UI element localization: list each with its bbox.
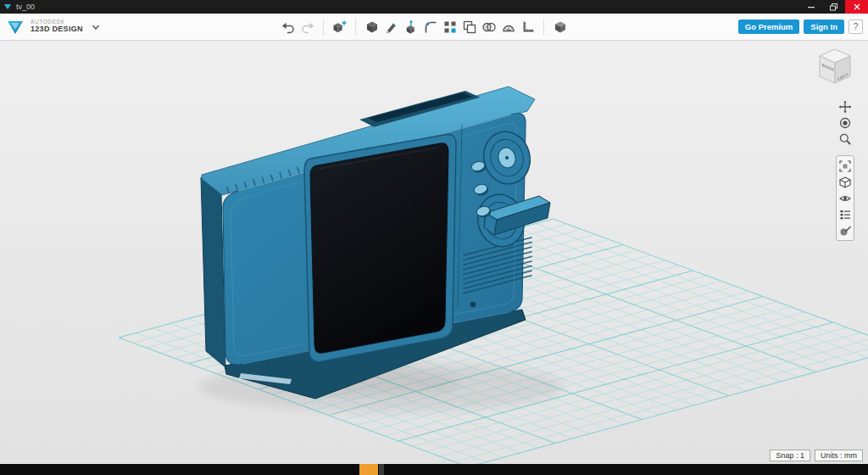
- close-button[interactable]: [845, 0, 868, 14]
- undo-icon: [281, 20, 296, 35]
- transform-button[interactable]: [330, 16, 349, 38]
- construct-button[interactable]: [401, 16, 420, 38]
- tv-model[interactable]: [201, 87, 550, 399]
- construct-icon: [403, 20, 419, 35]
- window-title: tv_00: [16, 3, 799, 11]
- grouping-button[interactable]: [459, 16, 479, 38]
- grouping-icon: [462, 20, 477, 35]
- scene-canvas: [0, 41, 868, 464]
- status-bar: Snap : 1 Units : mm: [765, 450, 863, 461]
- tv-left-face: [201, 177, 225, 367]
- eye-icon: [838, 192, 852, 205]
- tv-screen: [310, 143, 448, 354]
- toolbar-separator: [323, 19, 324, 36]
- display-settings-icon: [838, 208, 852, 221]
- combine-button[interactable]: [479, 16, 498, 38]
- maximize-button[interactable]: [822, 0, 845, 14]
- pattern-button[interactable]: [440, 16, 459, 38]
- brand-product: 123D DESIGN: [31, 25, 83, 33]
- minimize-button[interactable]: [799, 0, 822, 14]
- navigation-toolbar: [836, 98, 854, 241]
- 123d-logo-icon: [5, 17, 25, 37]
- pan-icon: [838, 100, 852, 114]
- taskbar-item[interactable]: [379, 464, 384, 475]
- view-mode-icon: [838, 176, 852, 189]
- snap-setting[interactable]: Snap : 1: [770, 450, 810, 461]
- transform-icon: [332, 20, 348, 35]
- materials-edit-icon: [838, 224, 852, 238]
- chevron-down-icon: [92, 24, 100, 31]
- taskbar-active-item[interactable]: [359, 464, 378, 475]
- app-logo-icon: [3, 3, 12, 11]
- sketch-icon: [384, 20, 399, 35]
- os-taskbar[interactable]: [0, 464, 868, 475]
- help-button[interactable]: ?: [849, 20, 863, 34]
- measure-button[interactable]: [498, 16, 518, 38]
- zoom-icon: [838, 132, 852, 146]
- undo-button[interactable]: [278, 16, 298, 38]
- brand-text: AUTODESK 123D DESIGN: [31, 20, 83, 33]
- materials-icon: [553, 20, 568, 35]
- titlebar: tv_00: [0, 0, 868, 14]
- display-settings-button[interactable]: [837, 206, 854, 222]
- orbit-icon: [838, 116, 852, 130]
- toolbar-separator: [355, 19, 356, 36]
- view-cube[interactable]: BACK LEFT: [812, 46, 858, 93]
- app-menu[interactable]: AUTODESK 123D DESIGN: [5, 17, 100, 37]
- redo-icon: [300, 20, 315, 35]
- zoom-fit-icon: [838, 159, 852, 173]
- toolbar-separator: [543, 19, 544, 36]
- combine-icon: [481, 20, 497, 35]
- materials-button[interactable]: [550, 16, 570, 38]
- tv-screw: [470, 302, 476, 307]
- ruler-button[interactable]: [518, 16, 537, 38]
- measure-icon: [501, 20, 516, 35]
- sign-in-button[interactable]: Sign In: [804, 20, 844, 34]
- primitives-button[interactable]: [362, 16, 381, 38]
- app-window: tv_00 AUTODESK 123D DESIGN: [0, 0, 868, 475]
- account-area: Go Premium Sign In ?: [738, 14, 863, 40]
- main-toolbar: [278, 14, 570, 40]
- pattern-icon: [442, 20, 458, 35]
- units-setting[interactable]: Units : mm: [815, 450, 863, 461]
- display-tool-group: [836, 155, 854, 241]
- pan-button[interactable]: [837, 98, 854, 115]
- redo-button[interactable]: [298, 16, 317, 38]
- modify-icon: [423, 20, 438, 35]
- 3d-viewport[interactable]: BACK LEFT: [0, 41, 868, 464]
- orbit-button[interactable]: [837, 115, 854, 131]
- zoom-fit-button[interactable]: [837, 158, 854, 174]
- sketch-button[interactable]: [381, 16, 401, 38]
- modify-button[interactable]: [420, 16, 440, 38]
- view-mode-button[interactable]: [837, 174, 854, 190]
- zoom-button[interactable]: [837, 131, 854, 147]
- go-premium-button[interactable]: Go Premium: [738, 20, 800, 34]
- visibility-button[interactable]: [837, 190, 854, 206]
- materials-edit-button[interactable]: [837, 222, 854, 238]
- menubar: AUTODESK 123D DESIGN: [0, 14, 868, 41]
- primitives-icon: [364, 20, 380, 35]
- ruler-icon: [520, 20, 536, 35]
